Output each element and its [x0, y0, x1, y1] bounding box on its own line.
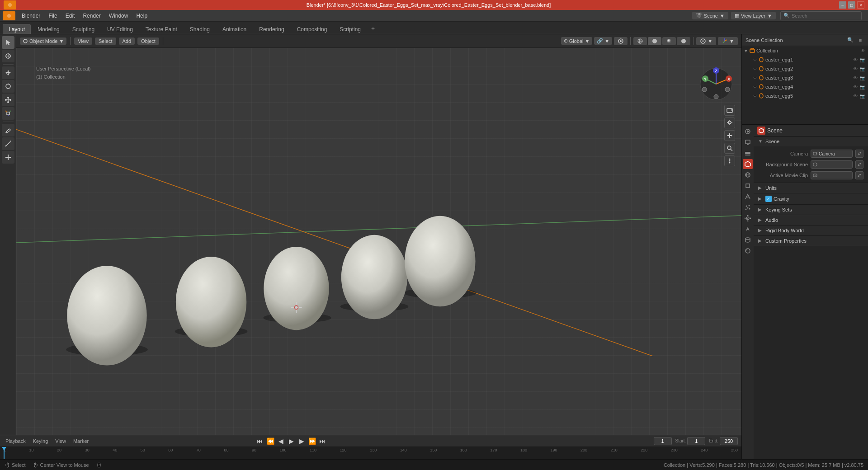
viewport-icon-dots[interactable]	[724, 155, 735, 166]
egg4-render-icon[interactable]: 📷	[860, 85, 865, 89]
step-forward-btn[interactable]: ▶	[297, 437, 306, 446]
view-layer-selector[interactable]: ▦ View Layer ▼	[731, 12, 776, 19]
tab-modeling[interactable]: Modeling	[32, 24, 66, 34]
section-audio-header[interactable]: ▶ Audio	[754, 215, 868, 225]
add-menu[interactable]: Add	[119, 38, 135, 45]
proportional-editing-btn[interactable]	[614, 37, 627, 45]
playback-menu[interactable]: Playback	[4, 438, 28, 444]
prop-tab-view-layer[interactable]	[743, 148, 753, 158]
add-workspace-button[interactable]: +	[368, 23, 378, 34]
tab-animation[interactable]: Animation	[217, 24, 252, 34]
tab-sculpting[interactable]: Sculpting	[66, 24, 100, 34]
tab-rendering[interactable]: Rendering	[253, 24, 290, 34]
solid-btn[interactable]	[648, 37, 661, 45]
egg1-render-icon[interactable]: 📷	[860, 57, 865, 62]
object-menu[interactable]: Object	[137, 38, 159, 45]
movie-clip-edit-btn[interactable]	[855, 171, 863, 179]
viewport-icon-camera[interactable]	[724, 105, 735, 116]
viewport[interactable]: Object Mode ▼ View Select Add Object ⊕ G…	[16, 34, 741, 470]
viewport-icon-move[interactable]	[724, 130, 735, 141]
egg5-render-icon[interactable]: 📷	[860, 94, 865, 99]
marker-menu[interactable]: Marker	[71, 438, 90, 444]
timeline-scrubber[interactable]: 1 10 20 30 40 50 60 70 80 90 100 110 120…	[0, 447, 741, 459]
tab-shading[interactable]: Shading	[184, 24, 216, 34]
menu-file[interactable]: File	[45, 11, 61, 20]
prev-keyframe-btn[interactable]: ⏪	[266, 437, 275, 446]
outliner-item-egg1[interactable]: easter_egg1 👁 📷	[742, 55, 868, 64]
tab-scripting[interactable]: Scripting	[334, 24, 367, 34]
tool-transform[interactable]	[2, 107, 14, 120]
search-input[interactable]	[792, 13, 859, 19]
current-frame-indicator[interactable]: 1	[654, 437, 672, 445]
tab-uv-editing[interactable]: UV Editing	[101, 24, 139, 34]
camera-edit-btn[interactable]	[855, 150, 863, 158]
menu-window[interactable]: Window	[105, 11, 132, 20]
wireframe-btn[interactable]	[633, 37, 647, 45]
prop-tab-render[interactable]	[743, 127, 753, 136]
object-mode-dropdown[interactable]: Object Mode ▼	[20, 38, 66, 45]
egg4-visibility-icon[interactable]: 👁	[853, 85, 858, 89]
global-transform-dropdown[interactable]: ⊕ Global ▼	[561, 37, 593, 45]
prop-tab-world[interactable]	[743, 170, 753, 180]
tab-texture-paint[interactable]: Texture Paint	[140, 24, 183, 34]
prop-tab-particles[interactable]	[743, 202, 753, 212]
overlays-btn[interactable]: ▼	[696, 37, 716, 45]
outliner-menu-btn[interactable]: ≡	[856, 36, 864, 44]
collection-visibility-icon[interactable]: 👁	[861, 48, 865, 53]
keying-menu[interactable]: Keying	[31, 438, 50, 444]
section-keying-sets-header[interactable]: ▶ Keying Sets	[754, 205, 868, 215]
tab-compositing[interactable]: Compositing	[291, 24, 333, 34]
menu-help[interactable]: Help	[132, 11, 151, 20]
egg3-render-icon[interactable]: 📷	[860, 75, 865, 80]
section-custom-props-header[interactable]: ▶ Custom Properties	[754, 236, 868, 246]
camera-field[interactable]: Camera	[811, 150, 853, 158]
select-menu[interactable]: Select	[95, 38, 116, 45]
egg1-visibility-icon[interactable]: 👁	[853, 57, 858, 62]
prop-tab-output[interactable]	[743, 137, 753, 147]
prop-tab-modifiers[interactable]	[743, 192, 753, 202]
tool-move[interactable]	[2, 66, 14, 79]
bg-scene-edit-btn[interactable]	[855, 160, 863, 169]
start-frame-indicator[interactable]: 1	[687, 437, 705, 445]
prop-tab-scene[interactable]	[743, 159, 753, 169]
outliner-item-egg2[interactable]: easter_egg2 👁 📷	[742, 64, 868, 73]
rendered-btn[interactable]	[677, 37, 690, 45]
viewport-icon-search[interactable]	[724, 143, 735, 154]
menu-blender[interactable]: Blender	[18, 11, 44, 20]
active-movie-clip-field[interactable]	[811, 171, 853, 179]
step-back-btn[interactable]: ◀	[276, 437, 285, 446]
outliner-collection[interactable]: ▼ Collection 👁	[742, 46, 868, 55]
jump-end-btn[interactable]: ⏭	[318, 437, 327, 446]
prop-tab-constraints[interactable]	[743, 224, 753, 234]
next-keyframe-btn[interactable]: ⏩	[307, 437, 316, 446]
blender-menu-logo[interactable]	[3, 11, 15, 20]
prop-tab-object[interactable]	[743, 181, 753, 191]
outliner-filter-btn[interactable]: 🔍	[846, 36, 854, 44]
section-gravity-header[interactable]: ▶ ✓ Gravity	[754, 193, 868, 204]
tab-layout[interactable]: Layout	[3, 24, 31, 34]
tool-cursor[interactable]	[2, 50, 14, 62]
minimize-button[interactable]: −	[839, 1, 846, 9]
jump-start-btn[interactable]: ⏮	[255, 437, 264, 446]
egg2-visibility-icon[interactable]: 👁	[853, 66, 858, 71]
prop-tab-physics[interactable]	[743, 213, 753, 223]
outliner-item-egg5[interactable]: easter_egg5 👁 📷	[742, 91, 868, 100]
view-menu-timeline[interactable]: View	[53, 438, 68, 444]
outliner-item-egg3[interactable]: easter_egg3 👁 📷	[742, 73, 868, 82]
search-box[interactable]: 🔍	[780, 11, 862, 20]
tool-measure[interactable]	[2, 137, 14, 150]
egg5-visibility-icon[interactable]: 👁	[853, 94, 858, 99]
tool-annotate[interactable]	[2, 124, 14, 136]
scene-selector[interactable]: 🎬 Scene ▼	[692, 12, 728, 19]
menu-edit[interactable]: Edit	[62, 11, 79, 20]
section-units-header[interactable]: ▶ Units	[754, 183, 868, 193]
material-preview-btn[interactable]	[662, 37, 676, 45]
end-frame-indicator[interactable]: 250	[720, 437, 738, 445]
section-rigid-body-header[interactable]: ▶ Rigid Body World	[754, 226, 868, 235]
maximize-button[interactable]: □	[848, 1, 855, 9]
gizmos-btn[interactable]: ▼	[718, 37, 738, 45]
prop-tab-data[interactable]	[743, 235, 753, 245]
gravity-checkbox[interactable]: ✓	[765, 196, 772, 202]
viewport-icon-light[interactable]	[724, 118, 735, 128]
background-scene-field[interactable]	[811, 160, 853, 169]
